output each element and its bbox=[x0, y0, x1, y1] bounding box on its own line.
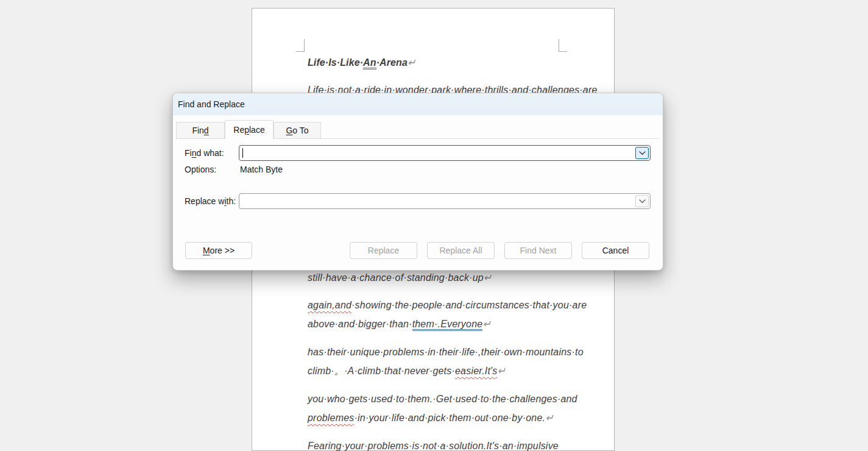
text-run: ↵ bbox=[484, 272, 492, 283]
doc-paragraph: again,and·showing·the·people·and·circums… bbox=[308, 299, 587, 311]
find-what-input[interactable] bbox=[242, 146, 632, 160]
text-run: ·in·your·life·and·pick·them·out·one·by·o… bbox=[355, 413, 546, 423]
tab-label: Go To bbox=[286, 126, 308, 135]
doc-paragraph: climb·。·A·climb·that·never·gets·easier.I… bbox=[308, 364, 506, 377]
text-run: An bbox=[363, 57, 376, 69]
text-run: easier.It's bbox=[455, 366, 498, 376]
cancel-button-label: Cancel bbox=[602, 246, 629, 255]
more-button-label: More >> bbox=[203, 246, 235, 255]
tab-find[interactable]: Find bbox=[176, 122, 225, 138]
text-run: ·Arena bbox=[376, 57, 408, 68]
doc-heading: Life·Is·Like·An·Arena↵ bbox=[308, 56, 415, 69]
doc-paragraph: you·who·gets·used·to·them.·Get·used·to·t… bbox=[308, 392, 577, 405]
find-what-combobox bbox=[239, 145, 651, 161]
text-run: Life·Is·Like· bbox=[308, 57, 363, 68]
text-run: solution.It's bbox=[449, 441, 499, 451]
text-run: again,and bbox=[308, 300, 351, 310]
text-run: ↵ bbox=[545, 413, 554, 423]
text-run: above·and·bigger·than· bbox=[308, 319, 412, 329]
margin-crop-mark-left bbox=[296, 39, 305, 52]
find-next-button-label: Find Next bbox=[520, 246, 557, 255]
replace-with-input[interactable] bbox=[242, 194, 632, 208]
doc-paragraph: above·and·bigger·than·them·.Everyone↵ bbox=[308, 318, 491, 330]
text-run: ↵ bbox=[408, 57, 416, 68]
text-run: ·an·impulsive bbox=[499, 441, 559, 451]
text-run: ·showing·the·people·and·circumstances·th… bbox=[351, 300, 587, 310]
tab-label: Replace bbox=[233, 125, 264, 135]
tab-label: Find bbox=[192, 126, 208, 135]
find-replace-dialog: Find and Replace ? ✕ Find Replace Go To … bbox=[172, 93, 663, 271]
cancel-button[interactable]: Cancel bbox=[582, 242, 649, 259]
tab-go-to[interactable]: Go To bbox=[273, 122, 321, 138]
doc-paragraph: problemes·in·your·life·and·pick·them·out… bbox=[308, 411, 554, 424]
dialog-title: Find and Replace bbox=[178, 99, 245, 109]
options-value: Match Byte bbox=[240, 165, 283, 174]
replace-all-button-label: Replace All bbox=[439, 246, 482, 255]
find-what-label: Find what: bbox=[185, 148, 224, 158]
text-run: has·their·unique·problems·in·their·life·… bbox=[308, 347, 584, 357]
doc-paragraph: Fearing·your·problems·is·not·a·solution.… bbox=[308, 439, 559, 451]
text-run: still·have·a·chance·of·standing·back·up bbox=[308, 272, 484, 283]
replace-with-label: Replace with: bbox=[185, 196, 236, 206]
text-caret bbox=[242, 148, 243, 158]
replace-all-button[interactable]: Replace All bbox=[427, 242, 495, 259]
replace-with-dropdown-button[interactable] bbox=[635, 195, 649, 207]
text-run: Fearing·your·problems·is·not·a· bbox=[308, 441, 449, 451]
chevron-down-icon bbox=[639, 151, 646, 155]
options-label: Options: bbox=[185, 165, 216, 174]
find-next-button[interactable]: Find Next bbox=[504, 242, 572, 259]
text-run: ↵ bbox=[482, 319, 491, 329]
replace-button[interactable]: Replace bbox=[350, 242, 417, 259]
text-run: climb·。·A·climb·that·never·gets· bbox=[308, 366, 455, 376]
margin-crop-mark-right bbox=[559, 39, 567, 52]
replace-with-combobox bbox=[239, 193, 651, 209]
replace-button-label: Replace bbox=[368, 246, 399, 255]
text-run: you·who·gets·used·to·them.·Get·used·to·t… bbox=[308, 394, 577, 404]
tab-replace[interactable]: Replace bbox=[225, 120, 273, 139]
doc-paragraph: has·their·unique·problems·in·their·life·… bbox=[308, 346, 584, 358]
more-button[interactable]: More >> bbox=[185, 242, 252, 259]
doc-paragraph: still·have·a·chance·of·standing·back·up↵ bbox=[308, 271, 492, 284]
chevron-down-icon bbox=[639, 199, 646, 204]
text-run: ↵ bbox=[498, 366, 506, 376]
text-run: them·.Everyone bbox=[412, 319, 483, 331]
dialog-titlebar[interactable]: Find and Replace ? ✕ bbox=[173, 93, 663, 115]
text-run: problemes bbox=[308, 413, 355, 423]
find-what-dropdown-button[interactable] bbox=[635, 147, 649, 159]
